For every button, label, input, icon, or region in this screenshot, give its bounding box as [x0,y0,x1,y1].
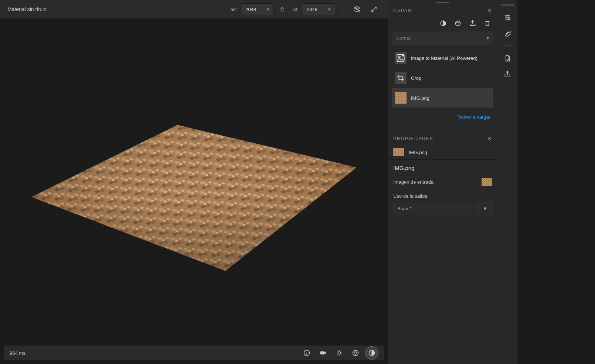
layer-list: Image to Material (AI Powered) Crop IMG.… [388,48,497,108]
properties-header: PROPIEDADES ✕ [388,133,497,145]
svg-point-12 [338,352,341,354]
layer-label: Image to Material (AI Powered) [411,55,477,61]
svg-point-22 [508,18,509,20]
height-value: 2048 [307,7,317,12]
layer-label: Crop [411,75,421,81]
environment-button[interactable] [333,346,346,360]
properties-section: PROPIEDADES ✕ IMG.png IMG.png Imagen de … [388,131,497,220]
properties-title: PROPIEDADES [393,136,487,141]
output-use-select[interactable]: Scan 1 ▼ [393,202,492,215]
output-use-label-row: Uso de la salida [388,190,497,200]
camera-button[interactable] [316,346,330,360]
properties-item-name: IMG.png [409,150,427,155]
chevron-down-icon[interactable]: ▼ [478,202,492,215]
blend-mode-value: Normal [396,35,412,41]
close-layers-icon[interactable]: ✕ [487,8,492,14]
svg-rect-0 [281,9,284,11]
right-toolstrip [497,0,517,364]
height-label: al: [293,7,298,12]
settings-sliders-icon[interactable] [501,11,514,24]
ai-material-icon [395,52,407,64]
render-time: 964 ms [10,350,297,356]
material-title: Material sin título [7,6,224,12]
svg-point-19 [402,55,404,56]
output-use-value: Scan 1 [397,206,412,211]
toolstrip-separator [502,45,513,46]
status-bar: 964 ms [4,346,384,360]
svg-point-21 [506,17,507,18]
separator [343,4,343,14]
document-edit-icon[interactable] [501,52,514,65]
output-use-label: Uso de la salida [393,193,492,199]
layer-image[interactable]: IMG.png [392,88,493,108]
properties-detail-name: IMG.png [388,160,497,174]
layer-ai-material[interactable]: Image to Material (AI Powered) [392,48,493,68]
export-layer-icon[interactable] [468,19,477,28]
layer-crop[interactable]: Crop [392,68,493,88]
ruler-icon[interactable] [501,26,514,40]
layer-tools [388,17,497,31]
svg-point-20 [507,15,509,16]
render-mode-button[interactable] [365,346,378,360]
toggle-view-button[interactable] [350,3,364,16]
material-preview-plane [30,123,358,275]
layers-title: CAPAS [393,8,487,13]
lock-aspect-icon[interactable] [278,5,286,13]
add-adjustment-layer-icon[interactable] [453,19,462,28]
properties-thumb [393,148,404,156]
wireframe-button[interactable] [349,346,362,360]
add-fill-layer-icon[interactable] [439,19,448,28]
layers-header: CAPAS ✕ [388,6,497,17]
chevron-down-icon: ▼ [327,7,331,11]
input-image-label: Imagen de entrada [393,179,482,185]
svg-rect-11 [320,351,324,354]
width-value: 2048 [245,7,256,12]
crop-icon [395,72,407,84]
width-select[interactable]: 2048 ▼ [241,3,274,15]
reload-row: Volver a cargar [388,108,497,131]
svg-rect-23 [505,32,511,37]
reload-link[interactable]: Volver a cargar [458,114,490,120]
svg-point-18 [399,56,400,58]
input-image-field: Imagen de entrada [388,174,497,190]
share-export-icon[interactable] [501,67,514,81]
fullscreen-button[interactable] [367,3,381,16]
right-panel: CAPAS ✕ Normal ▼ Image to Material (AI P… [388,0,497,364]
layer-label: IMG.png [411,95,429,101]
width-label: an: [230,7,237,12]
input-image-thumb[interactable] [482,178,492,186]
3d-viewport[interactable]: 964 ms [0,18,388,364]
image-thumb-icon [395,92,407,104]
height-select[interactable]: 2048 ▼ [302,3,335,15]
svg-marker-9 [31,125,357,271]
chevron-down-icon: ▼ [266,7,270,11]
close-properties-icon[interactable]: ✕ [487,136,492,142]
panel-grip[interactable] [388,0,497,6]
blend-mode-select[interactable]: Normal ▼ [392,31,493,45]
delete-layer-icon[interactable] [483,19,492,28]
properties-item-row: IMG.png [388,145,497,159]
info-button[interactable] [300,346,313,360]
topbar: Material sin título an: 2048 ▼ al: 2048 … [0,0,388,18]
toolstrip-grip[interactable] [501,3,514,8]
chevron-down-icon: ▼ [486,36,490,40]
